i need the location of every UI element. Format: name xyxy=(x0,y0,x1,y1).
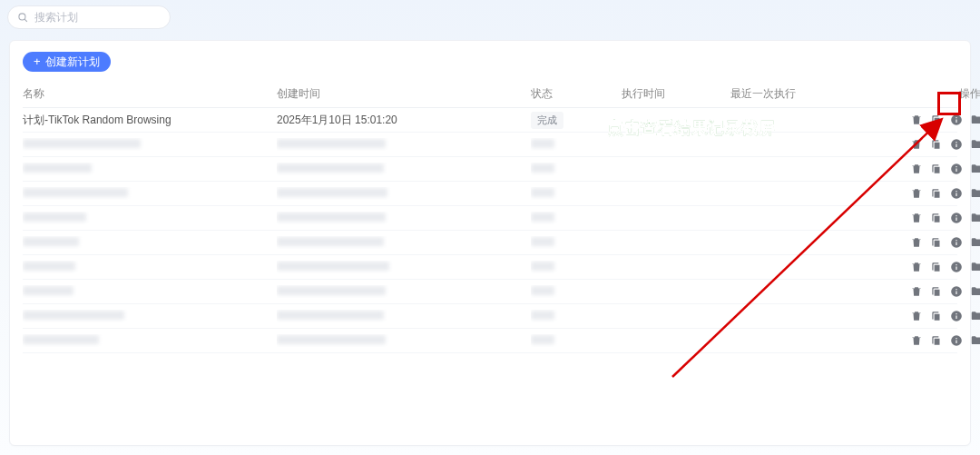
cell-name xyxy=(23,285,277,298)
cell-status xyxy=(531,163,622,175)
search-box[interactable] xyxy=(7,5,171,29)
info-icon[interactable] xyxy=(950,212,963,224)
copy-icon[interactable] xyxy=(930,163,943,175)
cell-status xyxy=(531,138,622,151)
info-icon[interactable] xyxy=(950,334,963,347)
copy-icon[interactable] xyxy=(930,114,943,126)
svg-point-0 xyxy=(19,13,25,19)
table-row xyxy=(23,329,957,353)
copy-icon[interactable] xyxy=(930,310,943,322)
plan-table: 名称 创建时间 状态 执行时间 最近一次执行 操作 计划-TikTok Rand… xyxy=(23,81,957,353)
create-plan-button[interactable]: + 创建新计划 xyxy=(23,52,111,72)
cell-status xyxy=(531,285,622,298)
copy-icon[interactable] xyxy=(930,285,943,298)
cell-name xyxy=(23,236,277,249)
col-name: 名称 xyxy=(23,86,277,102)
folder-icon[interactable] xyxy=(970,261,980,273)
folder-icon[interactable] xyxy=(970,138,980,151)
cell-created xyxy=(277,236,531,249)
cell-status xyxy=(531,187,622,200)
cell-name xyxy=(23,261,277,273)
cell-actions xyxy=(876,236,980,249)
table-body: 计划-TikTok Random Browsing2025年1月10日 15:0… xyxy=(23,108,957,353)
plus-icon: + xyxy=(34,55,41,67)
cell-created xyxy=(277,138,531,151)
cell-name xyxy=(23,187,277,200)
col-status: 状态 xyxy=(531,86,622,102)
folder-icon[interactable] xyxy=(970,212,980,224)
info-icon[interactable] xyxy=(950,138,963,151)
cell-created: 2025年1月10日 15:01:20 xyxy=(277,113,531,128)
info-icon[interactable] xyxy=(950,261,963,273)
cell-status: 完成 xyxy=(531,112,622,129)
search-icon xyxy=(17,12,29,24)
cell-created xyxy=(277,261,531,273)
info-icon[interactable] xyxy=(950,163,963,175)
trash-icon[interactable] xyxy=(910,163,923,175)
cell-name: 计划-TikTok Random Browsing xyxy=(23,113,277,128)
info-icon[interactable] xyxy=(950,187,963,200)
svg-line-1 xyxy=(24,19,27,22)
table-row xyxy=(23,304,957,329)
cell-created xyxy=(277,334,531,347)
cell-actions xyxy=(876,285,980,298)
cell-name xyxy=(23,212,277,224)
info-icon[interactable] xyxy=(950,310,963,322)
trash-icon[interactable] xyxy=(910,138,923,151)
table-row xyxy=(23,231,957,255)
table-row xyxy=(23,280,957,304)
cell-name xyxy=(23,163,277,175)
trash-icon[interactable] xyxy=(910,310,923,322)
trash-icon[interactable] xyxy=(910,114,923,126)
cell-actions xyxy=(876,163,980,175)
table-row xyxy=(23,255,957,280)
copy-icon[interactable] xyxy=(930,187,943,200)
folder-icon[interactable] xyxy=(970,163,980,175)
folder-icon[interactable] xyxy=(970,114,980,126)
col-exec-time: 执行时间 xyxy=(622,86,730,102)
cell-actions xyxy=(876,334,980,347)
cell-status xyxy=(531,334,622,347)
cell-actions xyxy=(876,310,980,322)
cell-name xyxy=(23,310,277,322)
copy-icon[interactable] xyxy=(930,236,943,249)
create-plan-label: 创建新计划 xyxy=(45,54,100,70)
folder-icon[interactable] xyxy=(970,236,980,249)
trash-icon[interactable] xyxy=(910,261,923,273)
info-icon[interactable] xyxy=(950,236,963,249)
folder-icon[interactable] xyxy=(970,310,980,322)
trash-icon[interactable] xyxy=(910,212,923,224)
folder-icon[interactable] xyxy=(970,285,980,298)
folder-icon[interactable] xyxy=(970,187,980,200)
trash-icon[interactable] xyxy=(910,187,923,200)
cell-status xyxy=(531,236,622,249)
table-row xyxy=(23,206,957,231)
col-actions: 操作 xyxy=(876,86,980,102)
info-icon[interactable] xyxy=(950,285,963,298)
trash-icon[interactable] xyxy=(910,334,923,347)
col-last-exec: 最近一次执行 xyxy=(730,86,876,102)
folder-icon[interactable] xyxy=(970,334,980,347)
cell-name xyxy=(23,334,277,347)
cell-actions xyxy=(876,187,980,200)
copy-icon[interactable] xyxy=(930,138,943,151)
info-icon[interactable] xyxy=(950,114,963,126)
plan-panel: + 创建新计划 名称 创建时间 状态 执行时间 最近一次执行 操作 计划-Tik… xyxy=(9,40,971,446)
cell-actions xyxy=(876,212,980,224)
cell-created xyxy=(277,310,531,322)
trash-icon[interactable] xyxy=(910,236,923,249)
col-created: 创建时间 xyxy=(277,86,531,102)
cell-actions xyxy=(876,114,980,126)
trash-icon[interactable] xyxy=(910,285,923,298)
table-row xyxy=(23,182,957,206)
table-row: 计划-TikTok Random Browsing2025年1月10日 15:0… xyxy=(23,108,957,133)
copy-icon[interactable] xyxy=(930,261,943,273)
cell-created xyxy=(277,285,531,298)
table-row xyxy=(23,133,957,157)
copy-icon[interactable] xyxy=(930,212,943,224)
copy-icon[interactable] xyxy=(930,334,943,347)
cell-status xyxy=(531,310,622,322)
table-row xyxy=(23,157,957,182)
search-input[interactable] xyxy=(34,11,162,24)
status-badge: 完成 xyxy=(531,112,564,129)
